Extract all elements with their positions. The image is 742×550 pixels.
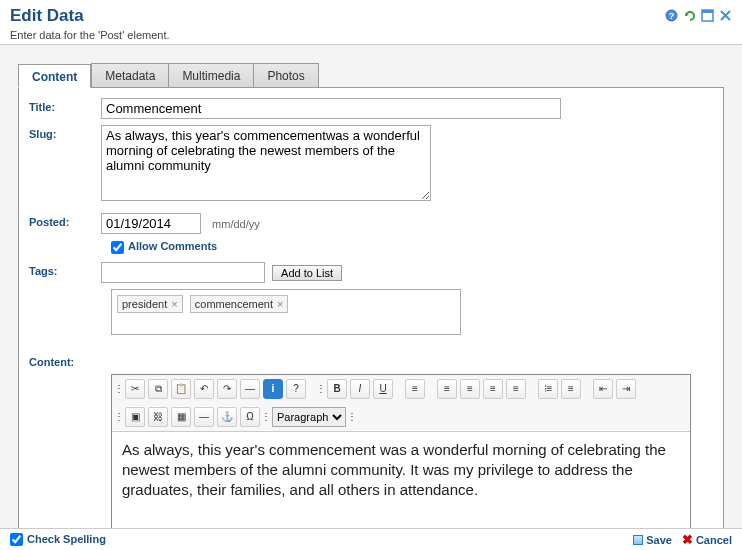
- date-format-hint: mm/dd/yy: [212, 218, 260, 230]
- svg-text:?: ?: [668, 11, 674, 21]
- save-button[interactable]: Save: [633, 532, 672, 547]
- toolbar-grip: ⋮: [318, 379, 324, 399]
- maximize-icon[interactable]: [700, 8, 714, 22]
- link-icon[interactable]: ⛓: [148, 407, 168, 427]
- list-number-icon[interactable]: ≡: [561, 379, 581, 399]
- image-icon[interactable]: ▣: [125, 407, 145, 427]
- tag-list: president× commencement×: [111, 289, 461, 335]
- info-icon[interactable]: i: [263, 379, 283, 399]
- paste-icon[interactable]: 📋: [171, 379, 191, 399]
- cancel-button[interactable]: ✖Cancel: [682, 532, 732, 547]
- check-spelling-label[interactable]: Check Spelling: [10, 533, 106, 547]
- toolbar-grip: ⋮: [116, 379, 122, 399]
- cancel-icon: ✖: [682, 532, 693, 547]
- indent-icon[interactable]: ⇥: [616, 379, 636, 399]
- paragraph-select[interactable]: Paragraph: [272, 407, 346, 427]
- help-editor-icon[interactable]: ?: [286, 379, 306, 399]
- table-icon[interactable]: ▦: [171, 407, 191, 427]
- check-spelling-checkbox[interactable]: [10, 533, 23, 546]
- align-left2-icon[interactable]: ≡: [437, 379, 457, 399]
- special-icon[interactable]: Ω: [240, 407, 260, 427]
- hr2-icon[interactable]: —: [194, 407, 214, 427]
- tab-metadata[interactable]: Metadata: [91, 63, 168, 87]
- cut-icon[interactable]: ✂: [125, 379, 145, 399]
- svg-rect-3: [702, 10, 713, 13]
- label-tags: Tags:: [29, 262, 101, 283]
- hr-icon[interactable]: —: [240, 379, 260, 399]
- italic-icon[interactable]: I: [350, 379, 370, 399]
- redo-icon[interactable]: ↷: [217, 379, 237, 399]
- rich-text-editor: ⋮ ✂ ⧉ 📋 ↶ ↷ — i ? ⋮ B I U ≡: [111, 374, 691, 528]
- refresh-icon[interactable]: [682, 8, 696, 22]
- align-right-icon[interactable]: ≡: [483, 379, 503, 399]
- toolbar-grip: ⋮: [349, 407, 355, 427]
- toolbar-grip: ⋮: [116, 407, 122, 427]
- tab-photos[interactable]: Photos: [253, 63, 318, 87]
- tag-chip: commencement×: [190, 295, 289, 313]
- list-bullet-icon[interactable]: ⁝≡: [538, 379, 558, 399]
- anchor-icon[interactable]: ⚓: [217, 407, 237, 427]
- close-icon[interactable]: [718, 8, 732, 22]
- editor-toolbar: ⋮ ✂ ⧉ 📋 ↶ ↷ — i ? ⋮ B I U ≡: [112, 375, 690, 432]
- allow-comments-label[interactable]: Allow Comments: [111, 240, 217, 252]
- tab-content[interactable]: Content: [18, 64, 91, 88]
- outdent-icon[interactable]: ⇤: [593, 379, 613, 399]
- tag-chip: president×: [117, 295, 183, 313]
- tag-remove-icon[interactable]: ×: [171, 298, 177, 310]
- align-center-icon[interactable]: ≡: [460, 379, 480, 399]
- content-textarea[interactable]: As always, this year's commencement was …: [112, 432, 690, 528]
- undo-icon[interactable]: ↶: [194, 379, 214, 399]
- add-to-list-button[interactable]: Add to List: [272, 265, 342, 281]
- align-justify-icon[interactable]: ≡: [506, 379, 526, 399]
- toolbar-grip: ⋮: [263, 407, 269, 427]
- allow-comments-checkbox[interactable]: [111, 241, 124, 254]
- tag-input[interactable]: [101, 262, 265, 283]
- align-left-icon[interactable]: ≡: [405, 379, 425, 399]
- tab-bar: Content Metadata Multimedia Photos: [18, 63, 724, 88]
- tag-remove-icon[interactable]: ×: [277, 298, 283, 310]
- help-icon[interactable]: ?: [664, 8, 678, 22]
- label-content: Content:: [29, 353, 101, 368]
- tab-multimedia[interactable]: Multimedia: [168, 63, 253, 87]
- dialog-title: Edit Data: [10, 6, 732, 26]
- dialog-subtitle: Enter data for the 'Post' element.: [10, 29, 732, 41]
- title-input[interactable]: [101, 98, 561, 119]
- label-slug: Slug:: [29, 125, 101, 203]
- save-icon: [633, 535, 643, 545]
- slug-textarea[interactable]: As always, this year's commencementwas a…: [101, 125, 431, 201]
- copy-icon[interactable]: ⧉: [148, 379, 168, 399]
- label-title: Title:: [29, 98, 101, 119]
- underline-icon[interactable]: U: [373, 379, 393, 399]
- posted-date-input[interactable]: [101, 213, 201, 234]
- label-posted: Posted:: [29, 213, 101, 234]
- bold-icon[interactable]: B: [327, 379, 347, 399]
